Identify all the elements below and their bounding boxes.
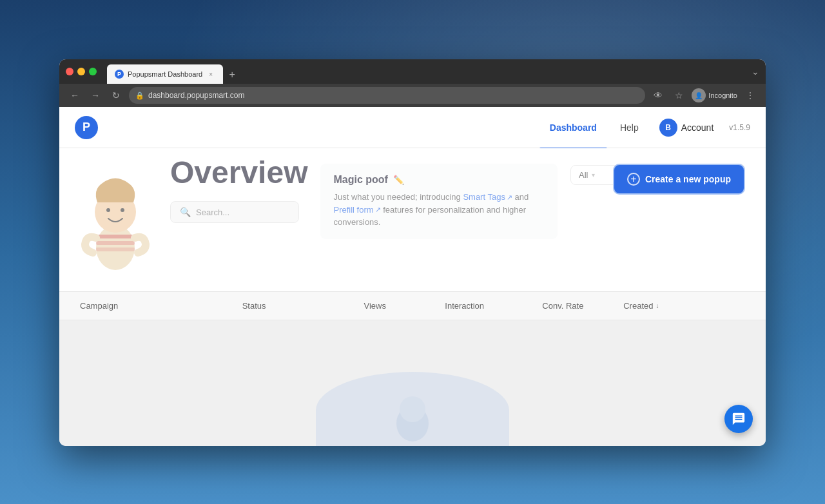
incognito-label: Incognito bbox=[708, 92, 737, 99]
svg-point-6 bbox=[106, 208, 110, 212]
prefill-form-link[interactable]: Prefill form bbox=[333, 204, 380, 217]
app-logo[interactable]: P bbox=[75, 116, 98, 139]
overview-text-area: Overview 🔍 bbox=[170, 164, 307, 223]
col-views: Views bbox=[364, 301, 445, 311]
traffic-lights bbox=[66, 68, 97, 75]
mascot-area bbox=[80, 164, 157, 276]
empty-state bbox=[59, 320, 766, 446]
tab-favicon: P bbox=[115, 70, 124, 79]
incognito-avatar: 👤 bbox=[692, 88, 706, 102]
svg-rect-2 bbox=[96, 241, 135, 245]
account-button[interactable]: B Account bbox=[652, 115, 722, 141]
minimize-window-button[interactable] bbox=[77, 68, 85, 75]
table-header: Campaign Status Views Interaction Conv. … bbox=[59, 291, 766, 320]
create-button-label: Create a new popup bbox=[645, 174, 731, 184]
create-popup-button[interactable]: + Create a new popup bbox=[613, 164, 745, 195]
search-input[interactable] bbox=[196, 208, 289, 217]
nav-help[interactable]: Help bbox=[610, 117, 649, 138]
browser-titlebar: P Popupsmart Dashboard × + ⌄ bbox=[59, 59, 766, 84]
url-bar[interactable]: 🔒 dashboard.popupsmart.com bbox=[129, 87, 645, 104]
active-tab[interactable]: P Popupsmart Dashboard × bbox=[107, 64, 223, 84]
mascot-figure bbox=[80, 164, 151, 273]
main-content: Overview 🔍 Magic poof ✏️ Just bbox=[59, 148, 766, 446]
back-button[interactable]: ← bbox=[67, 88, 82, 103]
privacy-icon[interactable]: 👁 bbox=[650, 88, 666, 103]
search-box[interactable]: 🔍 bbox=[170, 201, 299, 223]
nav-dashboard[interactable]: Dashboard bbox=[539, 117, 607, 138]
svg-rect-3 bbox=[96, 247, 135, 251]
lock-icon: 🔒 bbox=[135, 92, 144, 100]
col-interaction: Interaction bbox=[445, 301, 542, 311]
overview-section: Overview 🔍 Magic poof ✏️ Just bbox=[59, 148, 766, 291]
chat-bubble[interactable] bbox=[724, 405, 753, 433]
promo-title: Magic poof ✏️ bbox=[333, 174, 545, 186]
maximize-window-button[interactable] bbox=[89, 68, 97, 75]
star-icon[interactable]: ☆ bbox=[671, 88, 686, 103]
create-plus-icon: + bbox=[627, 173, 640, 186]
status-filter-chevron: ▾ bbox=[592, 171, 595, 179]
svg-point-7 bbox=[121, 208, 124, 212]
col-created[interactable]: Created ↓ bbox=[623, 301, 745, 311]
new-tab-button[interactable]: + bbox=[223, 66, 241, 84]
reload-button[interactable]: ↻ bbox=[108, 88, 124, 103]
svg-point-16 bbox=[400, 396, 425, 422]
promo-and: and bbox=[512, 192, 529, 202]
promo-text: Just what you needed; introducing Smart … bbox=[333, 191, 545, 229]
promo-box: Magic poof ✏️ Just what you needed; intr… bbox=[320, 164, 558, 239]
incognito-button[interactable]: 👤 Incognito bbox=[692, 88, 737, 102]
smart-tags-link[interactable]: Smart Tags bbox=[463, 191, 512, 204]
svg-rect-1 bbox=[96, 235, 135, 238]
promo-text-before: Just what you needed; introducing bbox=[333, 192, 463, 202]
status-filter-label: All bbox=[579, 170, 588, 180]
overview-title: Overview bbox=[170, 157, 307, 188]
menu-button[interactable]: ⋮ bbox=[742, 88, 758, 103]
pencil-icon: ✏️ bbox=[393, 175, 404, 185]
col-status: Status bbox=[242, 301, 364, 311]
empty-mascot-small bbox=[380, 391, 445, 443]
search-icon: 🔍 bbox=[180, 207, 191, 217]
tab-title: Popupsmart Dashboard bbox=[128, 70, 202, 78]
address-end-buttons: 👁 ☆ 👤 Incognito ⋮ bbox=[650, 88, 758, 103]
account-avatar: B bbox=[659, 119, 677, 137]
tab-close-button[interactable]: × bbox=[206, 70, 215, 79]
address-bar: ← → ↻ 🔒 dashboard.popupsmart.com 👁 ☆ 👤 I… bbox=[59, 84, 766, 107]
tab-bar: P Popupsmart Dashboard × + bbox=[107, 59, 241, 84]
app-content: P Dashboard Help B Account v1.5.9 bbox=[59, 107, 766, 446]
app-header: P Dashboard Help B Account v1.5.9 bbox=[59, 107, 766, 148]
col-conv-rate: Conv. Rate bbox=[542, 301, 623, 311]
browser-window: P Popupsmart Dashboard × + ⌄ ← → ↻ 🔒 das… bbox=[59, 59, 766, 446]
forward-button[interactable]: → bbox=[88, 88, 103, 103]
promo-title-text: Magic poof bbox=[333, 174, 387, 186]
version-badge: v1.5.9 bbox=[729, 123, 750, 132]
account-label: Account bbox=[681, 122, 714, 133]
chat-icon bbox=[732, 412, 746, 426]
header-nav: Dashboard Help B Account v1.5.9 bbox=[539, 115, 750, 141]
url-text: dashboard.popupsmart.com bbox=[148, 91, 244, 100]
tab-end-button[interactable]: ⌄ bbox=[752, 66, 759, 77]
sort-icon: ↓ bbox=[655, 302, 659, 309]
close-window-button[interactable] bbox=[66, 68, 73, 75]
col-campaign: Campaign bbox=[80, 301, 242, 311]
